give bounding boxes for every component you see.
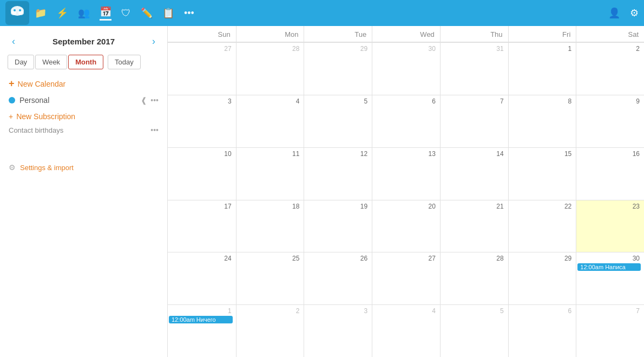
calendar-cell-3-2[interactable]: 19: [304, 200, 372, 252]
date-number: 4: [373, 307, 437, 315]
date-number: 5: [305, 98, 369, 105]
calendar-cell-3-5[interactable]: 22: [508, 200, 576, 252]
calendar-cell-2-1[interactable]: 11: [236, 147, 304, 200]
next-month-button[interactable]: ›: [149, 35, 159, 48]
header-sat: Sat: [576, 26, 644, 42]
date-number: 9: [577, 98, 641, 105]
calendar-cell-1-0[interactable]: 3: [168, 95, 236, 147]
date-number: 29: [305, 45, 369, 53]
sub-plus-icon: +: [9, 112, 13, 121]
calendar-cell-5-1[interactable]: 2: [236, 304, 304, 357]
calendar-cell-0-3[interactable]: 30: [372, 42, 440, 95]
calendar-cell-2-4[interactable]: 14: [440, 147, 508, 200]
top-navigation: 📁 ⚡ 👥 📅 🛡 ✏️ 📋 ••• 👤 ⚙: [0, 0, 644, 26]
date-number: 10: [169, 150, 233, 158]
date-number: 6: [373, 98, 437, 105]
settings-import-button[interactable]: ⚙ Settings & import: [0, 159, 167, 176]
calendar-cell-2-3[interactable]: 13: [372, 147, 440, 200]
subscription-more-icon[interactable]: •••: [150, 126, 159, 134]
day-view-button[interactable]: Day: [8, 55, 34, 69]
calendar-cell-3-3[interactable]: 20: [372, 200, 440, 252]
folder-icon[interactable]: 📁: [35, 7, 47, 19]
date-number: 27: [373, 255, 437, 262]
calendar-cell-4-2[interactable]: 26: [304, 252, 372, 304]
calendar-cell-4-0[interactable]: 24: [168, 252, 236, 304]
settings-icon[interactable]: ⚙: [630, 7, 639, 19]
mini-calendar-title: September 2017: [18, 37, 149, 46]
calendar-cell-5-5[interactable]: 6: [508, 304, 576, 357]
prev-month-button[interactable]: ‹: [9, 35, 18, 48]
calendar-cell-2-6[interactable]: 16: [576, 147, 644, 200]
calendar-more-icon[interactable]: •••: [150, 96, 159, 105]
date-number: 16: [577, 150, 641, 158]
calendar-cell-4-4[interactable]: 28: [440, 252, 508, 304]
calendar-area: Sun Mon Tue Wed Thu Fri Sat 272829303112…: [168, 26, 644, 357]
new-subscription-button[interactable]: + New Subscription: [0, 108, 167, 123]
edit-icon[interactable]: ✏️: [141, 7, 153, 19]
header-fri: Fri: [508, 26, 576, 42]
today-button[interactable]: Today: [108, 55, 141, 69]
calendar-cell-5-3[interactable]: 4: [372, 304, 440, 357]
more-icon[interactable]: •••: [184, 8, 194, 19]
calendar-cell-3-1[interactable]: 18: [236, 200, 304, 252]
svg-point-4: [19, 9, 21, 11]
calendar-cell-5-4[interactable]: 5: [440, 304, 508, 357]
calendar-cell-5-2[interactable]: 3: [304, 304, 372, 357]
calendar-cell-4-1[interactable]: 25: [236, 252, 304, 304]
new-calendar-button[interactable]: + New Calendar: [0, 75, 167, 93]
header-sun: Sun: [168, 26, 236, 42]
date-number: 5: [442, 307, 505, 315]
calendar-cell-1-4[interactable]: 7: [440, 95, 508, 147]
header-wed: Wed: [372, 26, 440, 42]
lightning-icon[interactable]: ⚡: [56, 7, 68, 19]
date-number: 2: [577, 45, 641, 53]
shield-icon[interactable]: 🛡: [121, 8, 131, 19]
week-view-button[interactable]: Week: [35, 55, 67, 69]
calendar-cell-4-5[interactable]: 29: [508, 252, 576, 304]
date-number: 26: [305, 255, 369, 262]
new-calendar-label: New Calendar: [18, 80, 66, 88]
calendar-cell-0-0[interactable]: 27: [168, 42, 236, 95]
calendar-cell-0-4[interactable]: 31: [440, 42, 508, 95]
user-icon[interactable]: 👤: [608, 7, 620, 19]
month-view-button[interactable]: Month: [68, 55, 103, 69]
calendar-cell-0-5[interactable]: 1: [508, 42, 576, 95]
stack-icon[interactable]: 📋: [162, 7, 174, 19]
calendar-cell-3-0[interactable]: 17: [168, 200, 236, 252]
svg-point-1: [11, 11, 16, 15]
calendar-cell-1-6[interactable]: 9: [576, 95, 644, 147]
event-chip[interactable]: 12:00am Ничего: [169, 316, 233, 323]
calendar-cell-3-4[interactable]: 21: [440, 200, 508, 252]
event-chip[interactable]: 12:00am Написа: [577, 263, 641, 271]
calendar-cell-2-0[interactable]: 10: [168, 147, 236, 200]
calendar-cell-5-6[interactable]: 7: [576, 304, 644, 357]
date-number: 18: [238, 203, 301, 210]
date-number: 4: [238, 98, 301, 105]
calendar-day-headers: Sun Mon Tue Wed Thu Fri Sat: [168, 26, 644, 42]
personal-calendar-item: Personal ❰ •••: [0, 93, 167, 108]
calendar-cell-4-3[interactable]: 27: [372, 252, 440, 304]
share-icon[interactable]: ❰: [141, 96, 147, 105]
calendar-icon[interactable]: 📅: [100, 6, 111, 21]
date-number: 13: [373, 150, 437, 158]
calendar-cell-1-2[interactable]: 5: [304, 95, 372, 147]
date-number: 1: [510, 45, 573, 53]
calendar-cell-0-1[interactable]: 28: [236, 42, 304, 95]
calendar-cell-1-3[interactable]: 6: [372, 95, 440, 147]
calendar-cell-0-2[interactable]: 29: [304, 42, 372, 95]
new-subscription-label: New Subscription: [16, 112, 75, 121]
calendar-cell-5-0[interactable]: 112:00am Ничего: [168, 304, 236, 357]
calendar-grid: 2728293031123456789101112131415161718192…: [168, 42, 644, 357]
people-icon[interactable]: 👥: [78, 7, 90, 19]
calendar-cell-4-6[interactable]: 3012:00am Написа: [576, 252, 644, 304]
personal-calendar-name: Personal: [19, 96, 136, 105]
calendar-cell-2-5[interactable]: 15: [508, 147, 576, 200]
calendar-cell-3-6[interactable]: 23: [576, 200, 644, 252]
calendar-cell-1-1[interactable]: 4: [236, 95, 304, 147]
app-logo: [5, 1, 29, 25]
header-tue: Tue: [304, 26, 372, 42]
calendar-cell-1-5[interactable]: 8: [508, 95, 576, 147]
nav-icon-group: 📁 ⚡ 👥 📅 🛡 ✏️ 📋 •••: [35, 6, 608, 21]
calendar-cell-2-2[interactable]: 12: [304, 147, 372, 200]
calendar-cell-0-6[interactable]: 2: [576, 42, 644, 95]
